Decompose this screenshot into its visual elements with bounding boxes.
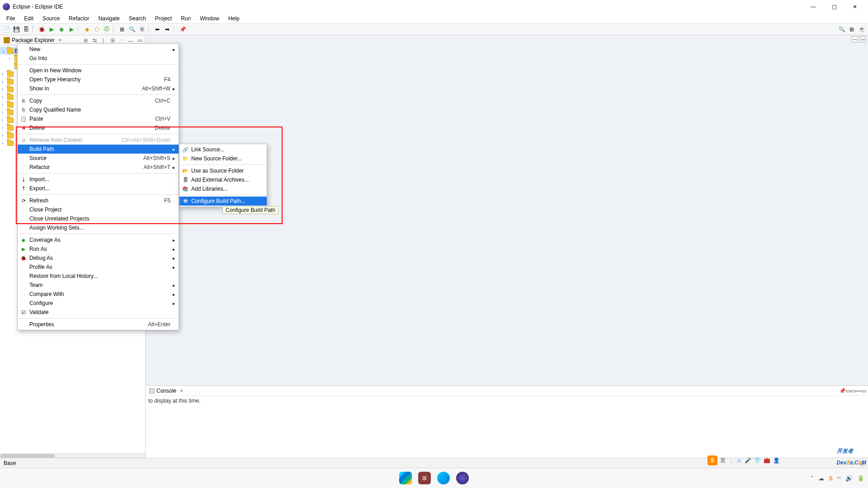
tray-battery-icon[interactable]: 🔋 <box>857 475 864 482</box>
ctx-item-go-into[interactable]: Go Into <box>18 54 179 63</box>
expand-icon[interactable]: › <box>2 71 6 76</box>
buildpath-item-use-as-source-folder[interactable]: 📂Use as Source Folder <box>179 166 267 175</box>
save-all-button[interactable]: 🗄 <box>22 25 31 34</box>
resize-grip[interactable] <box>859 460 864 466</box>
menu-help[interactable]: Help <box>225 14 243 23</box>
ctx-item-new[interactable]: New▸ <box>18 45 179 54</box>
scrollbar-thumb[interactable] <box>0 454 55 458</box>
maximize-button[interactable]: ▢ <box>824 0 844 14</box>
build-path-submenu[interactable]: 🔗Link Source...📁New Source Folder...📂Use… <box>179 144 267 207</box>
ime-toolbar[interactable]: S 英 ， ☺ 🎤 👕 🧰 👤 <box>708 455 780 465</box>
console-open-button[interactable]: ▭ <box>851 388 856 394</box>
nav-forward-button[interactable]: ➡ <box>163 25 172 34</box>
expand-icon[interactable]: › <box>2 117 6 122</box>
menu-navigate[interactable]: Navigate <box>94 14 123 23</box>
expand-icon[interactable]: › <box>2 133 6 138</box>
ctx-item-build-path[interactable]: Build Path▸ <box>18 145 179 154</box>
menu-edit[interactable]: Edit <box>20 14 37 23</box>
new-java-button[interactable]: ◆ <box>82 25 91 34</box>
tray-sogou-icon[interactable]: S <box>829 475 833 482</box>
menu-project[interactable]: Project <box>151 14 175 23</box>
ime-voice-icon[interactable]: 🎤 <box>745 457 751 464</box>
menu-file[interactable]: File <box>3 14 19 23</box>
nav-back-button[interactable]: ⬅ <box>153 25 162 34</box>
ime-lang-label[interactable]: 英 <box>720 457 726 465</box>
context-menu[interactable]: New▸Go IntoOpen in New WindowOpen Type H… <box>17 43 179 330</box>
ime-toolbox-icon[interactable]: 🧰 <box>764 457 770 464</box>
new-button[interactable]: 📄 <box>2 25 11 34</box>
buildpath-item-new-source-folder[interactable]: 📁New Source Folder... <box>179 154 267 163</box>
ctx-item-paste[interactable]: 📋PasteCtrl+V <box>18 114 179 123</box>
console-minimize-button[interactable]: — <box>856 388 861 394</box>
menu-search[interactable]: Search <box>125 14 150 23</box>
buildpath-item-add-external-archives[interactable]: 🗄Add External Archives... <box>179 175 267 184</box>
ctx-item-debug-as[interactable]: 🐞Debug As▸ <box>18 253 179 263</box>
perspective-button[interactable]: ⊞ <box>847 25 856 34</box>
run-button[interactable]: ▶ <box>47 25 56 34</box>
tray-volume-icon[interactable]: 🔊 <box>845 475 853 482</box>
new-package-button[interactable]: ⬡ <box>92 25 101 34</box>
expand-icon[interactable]: › <box>2 87 6 92</box>
run-last-button[interactable]: ▶ <box>67 25 76 34</box>
tray-expand-icon[interactable]: ˄ <box>811 475 814 482</box>
ime-user-icon[interactable]: 👤 <box>773 457 780 464</box>
console-maximize-button[interactable]: ▭ <box>861 388 866 394</box>
ctx-item-delete[interactable]: ✖DeleteDelete <box>18 123 179 132</box>
close-button[interactable]: ✕ <box>844 0 865 14</box>
menu-refactor[interactable]: Refactor <box>65 14 93 23</box>
menu-source[interactable]: Source <box>39 14 63 23</box>
expand-icon[interactable]: › <box>2 102 6 107</box>
ctx-item-compare-with[interactable]: Compare With▸ <box>18 290 179 299</box>
expand-icon[interactable]: › <box>2 94 6 99</box>
ime-skin-icon[interactable]: 👕 <box>754 457 761 464</box>
ctx-item-refresh[interactable]: ⟳RefreshF5 <box>18 196 179 205</box>
expand-icon[interactable]: ⌄ <box>2 48 6 53</box>
ctx-item-import[interactable]: ⭳Import... <box>18 175 179 184</box>
menu-window[interactable]: Window <box>196 14 223 23</box>
ctx-item-profile-as[interactable]: Profile As▸ <box>18 263 179 272</box>
ctx-item-configure[interactable]: Configure▸ <box>18 299 179 308</box>
ctx-item-run-as[interactable]: ▶Run As▸ <box>18 244 179 253</box>
ctx-item-assign-working-sets[interactable]: Assign Working Sets... <box>18 223 179 232</box>
open-type-button[interactable]: ⊞ <box>118 25 127 34</box>
ctx-item-open-type-hierarchy[interactable]: Open Type HierarchyF4 <box>18 75 179 84</box>
ctx-item-properties[interactable]: PropertiesAlt+Enter <box>18 320 179 329</box>
quick-access-button[interactable]: 🔍 <box>837 25 846 34</box>
expand-icon[interactable]: › <box>2 141 6 145</box>
tab-close-icon[interactable]: × <box>180 388 183 394</box>
console-display-button[interactable]: ▭ <box>846 388 851 394</box>
editor-minimize-button[interactable]: — <box>852 36 858 42</box>
windows-taskbar[interactable]: ⊞ ˄ ☁ S ⌔ 🔊 🔋 <box>0 468 868 488</box>
search-button[interactable]: 🔍 <box>127 25 137 34</box>
ctx-item-copy[interactable]: ⎘CopyCtrl+C <box>18 96 179 105</box>
editor-maximize-button[interactable]: ▭ <box>860 36 866 42</box>
sogou-ime-icon[interactable]: S <box>708 455 717 465</box>
save-button[interactable]: 💾 <box>12 25 21 34</box>
ime-emoji-icon[interactable]: ☺ <box>736 457 742 464</box>
new-class-button[interactable]: Ⓒ <box>102 25 111 34</box>
buildpath-item-add-libraries[interactable]: 📚Add Libraries... <box>179 184 267 193</box>
ctx-item-close-project[interactable]: Close Project <box>18 205 179 214</box>
expand-icon[interactable]: › <box>2 110 6 115</box>
ctx-item-coverage-as[interactable]: ◉Coverage As▸ <box>18 235 179 244</box>
horizontal-scrollbar[interactable] <box>0 453 145 458</box>
debug-button[interactable]: 🐞 <box>37 25 46 34</box>
taskbar-edge[interactable] <box>437 472 450 484</box>
java-perspective-button[interactable]: ☕ <box>857 25 866 34</box>
expand-icon[interactable]: › <box>2 125 6 130</box>
ime-punct-icon[interactable]: ， <box>728 457 734 465</box>
ctx-item-close-unrelated-projects[interactable]: Close Unrelated Projects <box>18 214 179 223</box>
ctx-item-team[interactable]: Team▸ <box>18 281 179 290</box>
minimize-button[interactable]: — <box>803 0 824 14</box>
ctx-item-restore-from-local-history[interactable]: Restore from Local History... <box>18 272 179 281</box>
start-button[interactable] <box>399 472 412 484</box>
console-pin-button[interactable]: 📌 <box>839 388 846 394</box>
tray-onedrive-icon[interactable]: ☁ <box>818 475 824 482</box>
ctx-item-export[interactable]: ⭱Export... <box>18 184 179 193</box>
menu-run[interactable]: Run <box>177 14 194 23</box>
ctx-item-refactor[interactable]: RefactorAlt+Shift+T▸ <box>18 163 179 172</box>
taskbar-app[interactable]: ⊞ <box>418 472 431 484</box>
expand-icon[interactable]: › <box>9 56 14 61</box>
buildpath-item-configure-build-path[interactable]: 🛠Configure Build Path... <box>179 197 267 206</box>
coverage-button[interactable]: ◉ <box>57 25 66 34</box>
